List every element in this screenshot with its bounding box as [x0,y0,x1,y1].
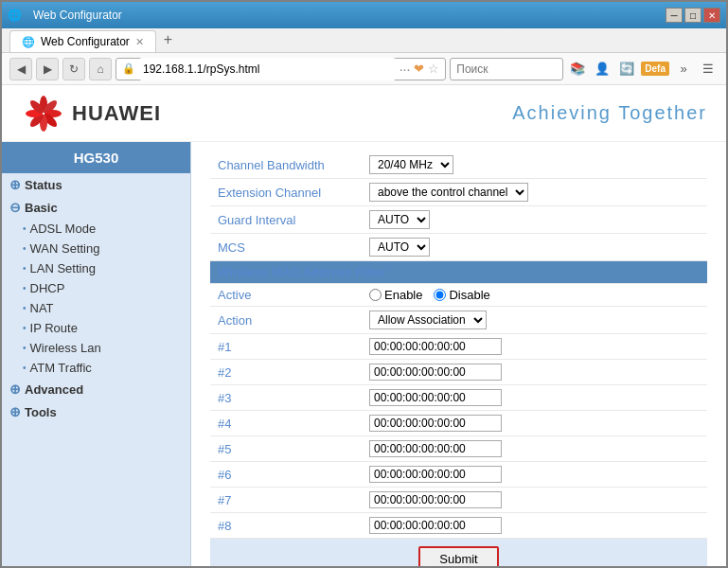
back-button[interactable]: ◀ [9,58,32,80]
guard-interval-select[interactable]: AUTO Short Long [369,210,430,229]
sidebar-group-tools[interactable]: ⊕ Tools [2,400,190,423]
channel-bandwidth-row: Channel Bandwidth 20/40 MHz 20 MHz [210,151,707,179]
guard-interval-row: Guard Interval AUTO Short Long [210,206,707,234]
page-body: HG530 ⊕ Status ⊖ Basic • ADSL Mode • WAN… [2,142,726,566]
sidebar-item-adsl-label: ADSL Mode [30,222,97,236]
mcs-label: MCS [210,234,362,261]
tab-label: Web Configurator [41,35,130,48]
forward-button[interactable]: ▶ [36,58,59,80]
mcs-row: MCS AUTO 0 1 [210,234,707,261]
enable-text: Enable [384,288,422,302]
mac-val-2 [362,360,707,385]
mac-input-1[interactable] [369,338,502,355]
sidebar-item-atm-traffic[interactable]: • ATM Traffic [2,358,190,378]
expand-basic-icon: ⊖ [9,200,21,215]
home-button[interactable]: ⌂ [89,58,112,80]
sidebar-item-adsl-mode[interactable]: • ADSL Mode [2,219,190,239]
action-row: Action Allow Association Deny Associatio… [210,307,707,334]
sync-icon[interactable]: 🔄 [616,59,637,80]
bullet-icon: • [23,343,27,353]
url-input[interactable] [139,58,396,80]
action-select[interactable]: Allow Association Deny Association [369,311,487,329]
sidebar-item-lan-label: LAN Setting [30,261,96,275]
star-icon[interactable]: ☆ [428,62,439,76]
mac-filter-header-row: Wireless MAC Address Filter [210,261,707,284]
mac-input-4[interactable] [369,415,502,432]
mac-input-2[interactable] [369,364,502,381]
disable-radio[interactable] [434,289,446,301]
bullet-icon: • [23,223,27,234]
search-input[interactable] [450,58,563,80]
mac-entry-7: #7 [210,488,707,513]
guard-interval-label: Guard Interval [210,206,362,234]
mac-id-3: #3 [210,385,362,411]
channel-bandwidth-select[interactable]: 20/40 MHz 20 MHz [369,155,453,174]
enable-radio-label[interactable]: Enable [369,288,422,302]
sidebar-item-lan-setting[interactable]: • LAN Setting [2,258,190,278]
device-title: HG530 [2,142,190,173]
mcs-select[interactable]: AUTO 0 1 [369,238,430,257]
address-bar: ◀ ▶ ↻ ⌂ 🔒 ··· ❤ ☆ 📚 👤 🔄 Defa » ☰ [2,53,726,85]
extend-icon[interactable]: » [673,59,694,80]
bullet-icon: • [23,283,27,293]
mac-entry-2: #2 [210,360,707,385]
mac-input-8[interactable] [369,517,502,534]
sidebar-group-advanced[interactable]: ⊕ Advanced [2,378,190,400]
profile-icon[interactable]: 👤 [592,59,613,80]
maximize-button[interactable]: □ [684,8,701,23]
reload-button[interactable]: ↻ [62,58,85,80]
submit-button[interactable]: Submit [418,546,498,566]
brand-name: HUAWEI [72,101,161,126]
new-tab-button[interactable]: + [156,27,180,52]
bookmark-icon[interactable]: ❤ [414,62,424,76]
menu-icon[interactable]: ☰ [698,59,719,80]
enable-radio[interactable] [369,289,382,301]
sidebar-group-status[interactable]: ⊕ Status [2,173,190,196]
sidebar-item-wan-label: WAN Setting [30,241,100,256]
sidebar-group-basic[interactable]: ⊖ Basic [2,196,190,219]
sidebar: HG530 ⊕ Status ⊖ Basic • ADSL Mode • WAN… [2,142,191,566]
logo: HUAWEI [21,95,161,133]
sidebar-item-nat[interactable]: • NAT [2,298,190,318]
active-radio-group: Enable Disable [369,288,700,302]
mac-filter-header: Wireless MAC Address Filter [210,261,707,284]
huawei-logo-icon [21,95,66,133]
mac-entry-3: #3 [210,385,707,411]
expand-advanced-icon: ⊕ [9,382,21,397]
channel-bandwidth-label: Channel Bandwidth [210,151,362,179]
disable-radio-label[interactable]: Disable [434,288,489,302]
submit-cell: Submit [210,539,707,567]
extension-channel-row: Extension Channel above the control chan… [210,179,707,206]
mac-val-8 [362,513,707,539]
sidebar-item-ip-route[interactable]: • IP Route [2,318,190,338]
sidebar-group-tools-label: Tools [25,405,57,419]
browser-tab[interactable]: 🌐 Web Configurator ✕ [9,30,156,52]
tab-close-icon[interactable]: ✕ [135,36,144,48]
mac-id-6: #6 [210,462,362,488]
sidebar-item-wan-setting[interactable]: • WAN Setting [2,239,190,258]
close-button[interactable]: ✕ [703,8,720,23]
mac-id-1: #1 [210,334,362,360]
mac-entry-6: #6 [210,462,707,488]
url-more-icon[interactable]: ··· [400,62,411,77]
mac-input-7[interactable] [369,491,502,508]
mcs-cell: AUTO 0 1 [362,234,707,261]
sidebar-item-dhcp[interactable]: • DHCP [2,278,190,298]
extension-channel-select[interactable]: above the control channel below the cont… [369,183,528,202]
tagline: Achieving Together [512,102,707,124]
content-inner: Channel Bandwidth 20/40 MHz 20 MHz Exten… [191,142,726,566]
mac-input-3[interactable] [369,389,502,406]
mac-input-5[interactable] [369,440,502,457]
bookmarks-icon[interactable]: 📚 [567,59,588,80]
minimize-button[interactable]: ─ [666,8,683,23]
mac-input-6[interactable] [369,466,502,483]
active-cell: Enable Disable [362,284,707,307]
sidebar-item-wireless-lan[interactable]: • Wireless Lan [2,338,190,358]
page-header: HUAWEI Achieving Together [2,85,726,142]
extension-channel-cell: above the control channel below the cont… [362,179,707,206]
mac-val-1 [362,334,707,360]
mac-entry-8: #8 [210,513,707,539]
disable-text: Disable [449,288,489,302]
bullet-icon: • [23,303,27,313]
sidebar-item-ip-route-label: IP Route [30,321,78,335]
